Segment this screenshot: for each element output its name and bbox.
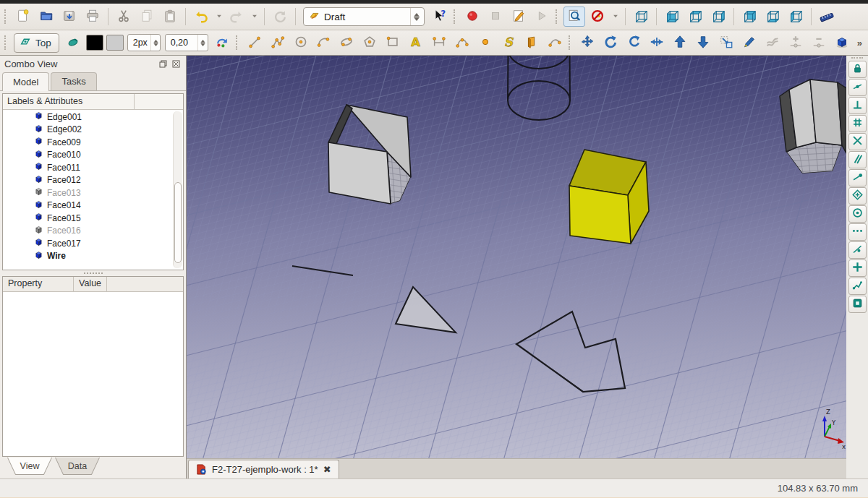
toolbar-overflow-indicator[interactable]: » <box>854 38 865 48</box>
spin-arrows[interactable] <box>197 35 208 51</box>
tree-item[interactable]: Face014 <box>3 199 183 212</box>
macro-record-button[interactable] <box>461 7 483 27</box>
working-plane-button[interactable]: Top <box>14 33 59 53</box>
paste-button[interactable] <box>159 7 181 27</box>
draft-shapestring-button[interactable]: S <box>498 33 519 53</box>
snap-perpendicular-button[interactable] <box>848 97 867 114</box>
draw-style-dropdown-button[interactable] <box>610 7 621 27</box>
draft-text-button[interactable]: A <box>405 33 427 53</box>
draft-bezier-button[interactable] <box>544 33 566 53</box>
copy-button[interactable] <box>136 7 158 27</box>
value-column-header[interactable]: Value <box>74 277 107 291</box>
undo-dropdown-button[interactable] <box>213 7 224 27</box>
construction-mode-button[interactable] <box>62 33 84 53</box>
undo-button[interactable] <box>190 7 212 27</box>
draw-style-button[interactable] <box>587 7 608 27</box>
measure-distance-button[interactable] <box>816 7 838 27</box>
view-axonometric-button[interactable] <box>630 7 652 27</box>
snap-grid-button[interactable] <box>848 115 867 132</box>
toolbar-grip[interactable] <box>556 9 559 24</box>
tab-data[interactable]: Data <box>55 458 100 475</box>
draft-to-sketch-button[interactable] <box>831 33 853 53</box>
snap-extension-button[interactable] <box>848 223 867 241</box>
draft-point-button[interactable] <box>475 33 496 53</box>
macro-stop-button[interactable] <box>485 7 506 27</box>
draft-circle-button[interactable] <box>290 33 312 53</box>
3d-viewport[interactable]: Z Y x <box>187 56 846 458</box>
tab-view[interactable]: View <box>7 458 52 475</box>
view-rear-button[interactable] <box>739 7 760 27</box>
draft-line-button[interactable] <box>244 33 265 53</box>
combo-spinner[interactable] <box>410 8 422 25</box>
macro-edit-button[interactable] <box>508 7 529 27</box>
snap-midpoint-button[interactable] <box>848 79 867 96</box>
tree-item[interactable]: Face011 <box>3 161 183 174</box>
view-bottom-button[interactable] <box>762 7 783 27</box>
tree-item[interactable]: Edge002 <box>3 124 183 137</box>
tree-scrollbar[interactable] <box>173 111 182 268</box>
draft-offset-button[interactable] <box>623 33 644 53</box>
tree-item[interactable]: Face017 <box>3 237 183 250</box>
print-button[interactable] <box>82 7 103 27</box>
draft-rectangle-button[interactable] <box>382 33 404 53</box>
tree-item[interactable]: Edge001 <box>3 111 183 124</box>
face-color-swatch[interactable] <box>106 35 124 51</box>
spin-arrows[interactable] <box>150 35 161 51</box>
whats-this-button[interactable]: ? <box>429 7 451 27</box>
tree-item[interactable]: Face010 <box>3 149 183 162</box>
toolbar-grip[interactable] <box>4 9 8 24</box>
toolbar-grip[interactable] <box>569 35 572 50</box>
tree-item[interactable]: Face009 <box>3 136 183 149</box>
draft-polygon-button[interactable] <box>359 33 380 53</box>
tree-item[interactable]: Face012 <box>3 174 183 187</box>
redo-button[interactable] <box>226 7 247 27</box>
tab-tasks[interactable]: Tasks <box>51 72 96 90</box>
draft-join-button[interactable] <box>762 33 783 53</box>
draft-edit-button[interactable] <box>739 33 760 53</box>
refresh-button[interactable] <box>269 7 291 27</box>
open-file-button[interactable] <box>35 7 57 27</box>
snap-special-button[interactable] <box>848 278 867 295</box>
draft-arc-button[interactable] <box>313 33 335 53</box>
workbench-selector[interactable]: Draft <box>303 7 425 26</box>
macro-play-button[interactable] <box>531 7 553 27</box>
view-fit-all-button[interactable] <box>563 7 585 27</box>
line-width-spin[interactable]: 2px <box>127 34 161 51</box>
snap-angle-button[interactable] <box>848 187 867 205</box>
snap-lock-button[interactable] <box>848 61 867 78</box>
toolbar-grip[interactable] <box>4 35 8 50</box>
snap-near-button[interactable] <box>848 241 867 259</box>
view-front-button[interactable] <box>661 7 683 27</box>
redo-dropdown-button[interactable] <box>249 7 260 27</box>
autogroup-button[interactable] <box>211 33 233 53</box>
snap-toolbar-grip[interactable] <box>851 57 863 59</box>
panel-close-button[interactable] <box>171 59 182 69</box>
draft-dimension-button[interactable] <box>428 33 450 53</box>
view-left-button[interactable] <box>785 7 807 27</box>
draft-del-point-button[interactable] <box>808 33 830 53</box>
tree-item[interactable]: Face015 <box>3 212 183 225</box>
panel-splitter[interactable] <box>0 270 186 276</box>
tree-scrollbar-thumb[interactable] <box>174 182 182 264</box>
save-button[interactable] <box>59 7 80 27</box>
draft-downgrade-button[interactable] <box>692 33 714 53</box>
draft-upgrade-button[interactable] <box>669 33 691 53</box>
draft-move-button[interactable] <box>576 33 598 53</box>
panel-float-button[interactable] <box>158 59 169 69</box>
toolbar-grip[interactable] <box>236 35 239 50</box>
property-column-header[interactable]: Property <box>3 277 74 291</box>
new-file-button[interactable] <box>12 7 34 27</box>
snap-endpoint-button[interactable] <box>848 169 867 186</box>
toolbar-grip[interactable] <box>454 9 457 24</box>
text-scale-spin[interactable]: 0,20 <box>165 34 208 51</box>
snap-ortho-button[interactable] <box>848 259 867 277</box>
draft-wire-button[interactable] <box>267 33 289 53</box>
snap-parallel-button[interactable] <box>848 151 867 168</box>
view-right-button[interactable] <box>707 7 729 27</box>
snap-center-button[interactable] <box>848 205 867 223</box>
tree-item[interactable]: Face016 <box>3 225 183 238</box>
cut-button[interactable] <box>113 7 135 27</box>
draft-scale-button[interactable] <box>715 33 737 53</box>
draft-ellipse-button[interactable] <box>336 33 357 53</box>
document-tab-close-icon[interactable]: ✖ <box>323 464 331 475</box>
